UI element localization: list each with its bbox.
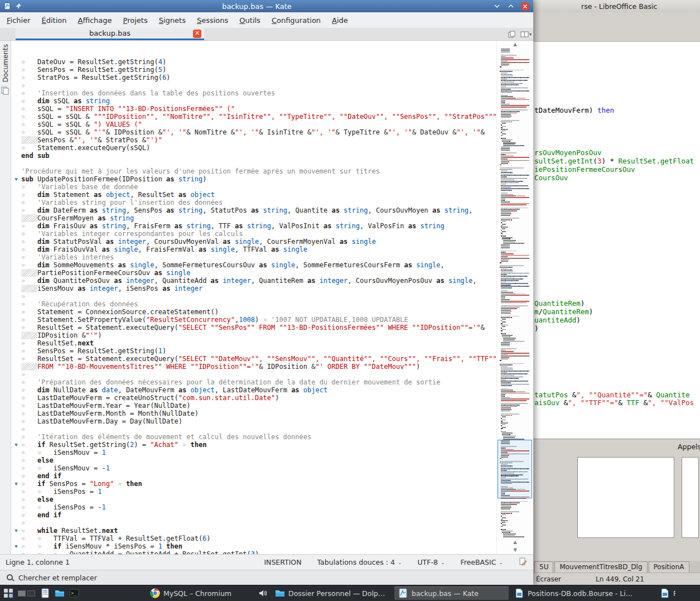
fold-margin [11,269,21,277]
menu-signets[interactable]: Signets [153,13,191,27]
task-dolphin[interactable]: Dossier Personnel — Dolphin [271,586,393,600]
code-line: ▼sub UpdatePositionFermee(IDPosition as … [11,175,496,183]
fold-arrow-icon[interactable]: ▼ [11,542,21,550]
code-line: » dim StatutPosVal as integer, CoursOuvM… [11,238,496,246]
menu-affichage[interactable]: Affichage [72,13,117,27]
quicklaunch-terminal[interactable]: >_ [67,586,80,600]
fold-arrow-icon[interactable]: ▼ [11,480,21,488]
lo-tabs: 5UMouvementTitresBD_DlgPositionA [533,561,700,573]
code-line: » dim Statement as object, ResultSet as … [11,191,496,199]
application-launcher[interactable] [2,586,15,600]
task-kate[interactable]: backup.bas — Kate [394,586,509,600]
calls-listbox[interactable] [682,457,699,538]
code-line: » LastDateMouvFerm.Month = Month(NullDat… [11,410,496,417]
menu-sessions[interactable]: Sessions [191,13,234,27]
document-edit-icon[interactable] [519,557,528,568]
code-line: » 'Variables integer correspondantes pou… [11,230,496,238]
minimap-viewport[interactable] [498,440,532,498]
syntax-mode-selector[interactable]: FreeBASIC⌄ [460,558,503,566]
minimap-scrollbar[interactable]: ▲ ▲ ▼ [496,41,533,554]
task-label: backup.bas — Kate [412,589,479,598]
search-replace-bar[interactable]: Chercher et remplacer [0,570,533,585]
desktop-2[interactable] [27,590,35,597]
encoding-selector[interactable]: UTF-8⌄ [417,558,445,566]
fold-margin [11,74,21,81]
lo-module-tab[interactable]: 5U [534,561,553,573]
scroll-up-icon[interactable]: ▲ [497,41,533,49]
fold-arrow-icon[interactable]: ▼ [11,441,21,449]
menu-projets[interactable]: Projets [118,13,153,27]
quicklaunch-file-manager[interactable] [53,586,66,600]
cursor-position[interactable]: Ligne 1, colonne 1 [6,558,70,566]
fold-margin [11,89,21,97]
lo-overwrite-mode[interactable]: Écraser [536,575,561,583]
fold-margin [11,253,21,261]
tab-backup-bas[interactable]: backup.bas ✕ [16,28,204,40]
documents-icon[interactable] [1,86,9,97]
insert-mode[interactable]: INSERTION [264,558,301,566]
code-line: » 'Variables base de donnée [11,183,496,191]
lo-statusbar: Écraser Ln 449, Col 21 [533,573,700,585]
fold-margin [11,167,21,175]
lo-module-tab[interactable]: MouvementTitresBD_Dlg [554,561,647,573]
maximize-button[interactable] [506,1,516,11]
task-cutoff[interactable]: Po [656,586,679,600]
fold-arrow-icon[interactable]: ▼ [11,175,21,183]
code-line: » sSQL = sSQL & "'"& IDPosition &"', '"&… [11,128,496,136]
code-line: » Statement.executeQuery(sSQL) [11,144,496,152]
virtual-desktop-pager[interactable] [16,590,37,597]
quicklaunch-text-editor[interactable] [38,586,51,600]
pin-icon[interactable] [15,3,22,9]
menu-configuration[interactable]: Configuration [266,13,326,27]
chromium-icon [150,588,160,598]
libreoffice-title: rse - LibreOffice Basic [581,2,657,11]
menu-edition[interactable]: Édition [36,13,73,27]
fold-margin [11,238,21,246]
scroll-up-icon-bottom[interactable]: ▲ [497,539,533,546]
libreoffice-titlebar[interactable]: rse - LibreOffice Basic [533,0,700,12]
lo-module-tab[interactable]: PositionA [649,561,689,573]
task-libreoffice-base[interactable]: Positions-DB.odb.Bourse - Li... [510,586,654,600]
kate-titlebar[interactable]: backup.bas — Kate [0,0,533,12]
code-line: » ResultSet = Statement.executeQuery("SE… [11,355,496,363]
code-line [11,160,496,167]
lo-editor[interactable]: tDateMouvFerm) thenrsOuvMoyenPosOuvsultS… [533,42,700,439]
new-document-button[interactable] [504,28,519,40]
fold-margin [11,152,21,160]
task-label: Po [673,589,675,598]
fold-margin [11,214,21,222]
code-line: » sSQL = sSQL & """IDPosition"", ""NomTi… [11,113,496,121]
watch-listbox[interactable] [577,457,674,538]
task-mysql-chromium[interactable]: MySQL – Chromium [146,586,255,600]
left-dock: Documents [0,41,11,554]
desktop-1[interactable] [18,590,26,597]
menubar: FichierÉditionAffichageProjetsSignetsSes… [0,12,533,28]
fold-margin [11,324,21,331]
split-view-button[interactable]: ▾ [519,28,533,40]
code-editor[interactable]: » DateOuv = ResultSet.getString(4)» Sens… [11,41,496,554]
scroll-down-icon[interactable]: ▼ [497,546,533,554]
menu-fichier[interactable]: Fichier [1,13,36,27]
fold-margin [11,300,21,308]
libreoffice-basic-window[interactable]: rse - LibreOffice Basic tDateMouvFerm) t… [533,0,700,585]
menu-aide[interactable]: Aide [326,13,354,27]
tab-close-icon[interactable]: ✕ [193,30,201,38]
audio-volume[interactable] [257,586,269,600]
code-line: ▼» while ResultSet.next [11,527,496,535]
fold-arrow-icon[interactable]: ▼ [11,527,21,535]
taskbar: >_MySQL – ChromiumDossier Personnel — Do… [0,585,700,601]
code-line: iSensMouv as integer, iSensPos as intege… [11,285,496,292]
fold-margin [11,386,21,394]
menu-outils[interactable]: Outils [234,13,266,27]
window-title: backup.bas — Kate [26,2,488,11]
close-button[interactable] [520,1,530,11]
fold-margin [11,331,21,339]
code-line: » » iSensPos = -1 [11,503,496,511]
fold-margin [11,199,21,206]
tab-width-selector[interactable]: Tabulations douces : 4⌄ [317,558,402,566]
sidebar-documents-button[interactable]: Documents [2,44,9,82]
lo-code-fragment: rsOuvMoyenPosOuv [534,148,601,157]
code-line: » dim FraisOuvVal as single, FraisFermVa… [11,246,496,253]
minimize-button[interactable] [492,1,502,11]
code-line: » dim SommeMouvements as single, SommeFe… [11,261,496,269]
